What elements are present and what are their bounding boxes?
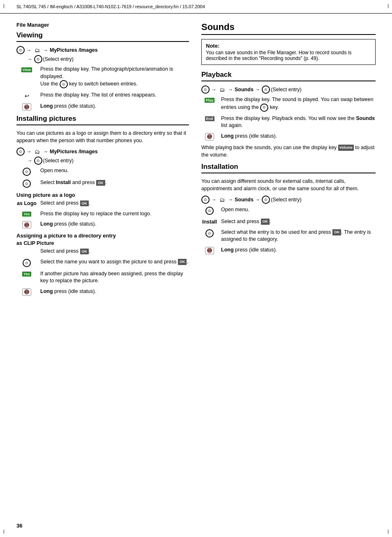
sounds-divider (201, 34, 376, 35)
playback-section: Playback ⊙ → 🗂 → Sounds → ⊙ (Select entr… (201, 71, 376, 159)
install-label-cell: Install (201, 218, 218, 225)
nav-circle-icon-4: ⊙ (34, 157, 42, 165)
header-text: SL 740/SL 745 / IM-englisch / A31008-L74… (16, 4, 205, 9)
installation-heading: Installation (201, 163, 376, 171)
as-logo-label: as Logo (17, 201, 37, 206)
clip-nav-row: ⊙ Select the name you want to assign the… (16, 258, 189, 267)
volume-badge: Volume (338, 145, 354, 151)
open-menu-text-in: Open menu. (221, 206, 376, 214)
nav-circle-icon-2: ⊙ (34, 55, 42, 63)
phone-text-pb: Long press (idle status). (221, 133, 376, 140)
play-badge-cell: Play (201, 96, 218, 103)
clip-nav-text: Select the name you want to assign the p… (40, 258, 189, 266)
nav-circle-icon-in2: ⊙ (262, 196, 270, 204)
as-clip-label: as CLIP Picture (16, 240, 189, 246)
installing-pictures-section: Installing pictures You can use pictures… (16, 115, 189, 296)
circle-nav-icon-in4: ⊙ (205, 229, 214, 237)
sounds-heading: Sounds (201, 22, 376, 32)
folder-icon-in: 🗂 (218, 196, 226, 203)
open-menu-text-1: Open menu. (40, 167, 189, 175)
yes-text-1: Press the display key to replace the cur… (40, 210, 189, 218)
play-badge: Play (205, 98, 215, 103)
endcall-icon-3: 📵 (22, 288, 31, 296)
phone-row-pb: 📵 Long press (idle status). (201, 133, 376, 141)
install-row: Install Select and press OK. (201, 218, 376, 226)
yes-badge-cell-2: Yes (16, 270, 37, 277)
nav-select-entry-pb: (Select entry) (271, 87, 301, 92)
yes-badge-1: Yes (22, 212, 31, 217)
phone-icon-cell-pb: 📵 (201, 133, 218, 141)
as-clip-icon-1 (16, 248, 37, 248)
installing-divider (16, 124, 189, 125)
corner-mark-bl: | (3, 529, 5, 534)
play-text: Press the display key. The sound is play… (221, 96, 376, 112)
header: SL 740/SL 745 / IM-englisch / A31008-L74… (0, 0, 392, 14)
endcall-icon-pb: 📵 (205, 133, 214, 141)
nav-sounds-label-1: Sounds (235, 87, 254, 92)
ok-badge-2: OK (80, 201, 89, 207)
end-badge-cell: End (201, 115, 218, 122)
installation-divider (201, 173, 376, 173)
end-badge: End (205, 116, 214, 121)
open-menu-row-in: ⊙ Open menu. (201, 206, 376, 215)
open-menu-row-1: ⊙ Open menu. (16, 167, 189, 176)
playback-nav-path: ⊙ → 🗂 → Sounds → ⊙ (Select entry) (201, 85, 376, 94)
view-badge: View (21, 67, 32, 72)
folder-icon-1: 🗂 (33, 46, 42, 54)
yes-row-2: Yes If another picture has already been … (16, 270, 189, 285)
folder-icon-2: 🗂 (33, 148, 42, 155)
install-label: Install (202, 219, 217, 225)
circle-icon-switch: ⊙ (60, 80, 68, 88)
circle-icon-swap: ⊙ (260, 104, 268, 112)
circle-nav-icon-in3: ⊙ (205, 207, 214, 215)
phone-text-2: Long press (idle status). (40, 221, 189, 228)
viewing-section: Viewing ⊙ → 🗂 → MyPictures /Images → ⊙ (… (16, 31, 189, 111)
using-logo-heading: Using picture as a logo (16, 192, 189, 198)
note-title: Note: (206, 43, 371, 49)
phone-text-1: Long press (idle status). (40, 103, 189, 110)
view-row: View Press the display key. The photogra… (16, 66, 189, 88)
select-install-icon: ⊙ (16, 179, 37, 188)
yes-row-1: Yes Press the display key to replace the… (16, 210, 189, 218)
page: | | | | SL 740/SL 745 / IM-englisch / A3… (0, 0, 392, 537)
yes-badge-2: Yes (22, 272, 31, 277)
note-box: Note: You can save sounds in the File Ma… (201, 39, 376, 65)
select-install-text: Select Install and press OK. (40, 179, 189, 187)
view-badge-cell: View (16, 66, 37, 72)
ok-badge-in1: OK (261, 219, 270, 225)
note-text: You can save sounds in the File Manager.… (206, 50, 371, 61)
installing-nav-path-1: ⊙ → 🗂 → MyPictures /Images (16, 148, 189, 156)
ok-badge-1: OK (96, 180, 105, 186)
viewing-nav-path-2: → ⊙ (Select entry) (26, 55, 189, 63)
as-clip-text-1: Select and press OK. (40, 248, 189, 255)
file-manager-label: File Manager (16, 22, 189, 28)
installation-intro: You can assign different sounds for exte… (201, 177, 376, 192)
select-entry-icon: ⊙ (201, 229, 218, 237)
corner-mark-br: | (387, 529, 389, 534)
ok-badge-3: OK (80, 249, 89, 255)
phone-text-3: Long press (idle status). (40, 288, 189, 295)
left-column: File Manager Viewing ⊙ → 🗂 → MyPictures … (16, 22, 189, 299)
installation-section: Installation You can assign different so… (201, 163, 376, 254)
phone-icon-cell-in: 📵 (201, 247, 218, 254)
nav-select-entry-2: (Select entry) (43, 158, 74, 164)
endcall-icon-1: 📵 (22, 103, 31, 111)
undo-icon-cell: ↩ (16, 92, 37, 99)
installing-heading: Installing pictures (16, 115, 189, 123)
nav-select-entry-1: (Select entry) (43, 56, 74, 62)
nav-circle-icon-pb1: ⊙ (201, 85, 210, 94)
as-logo-label-cell: as Logo (16, 200, 37, 206)
end-row: End Press the display key. Playback ends… (201, 115, 376, 129)
sounds-section: Sounds Note: You can save sounds in the … (201, 22, 376, 254)
viewing-nav-path: ⊙ → 🗂 → MyPictures /Images (16, 46, 189, 54)
open-menu-icon-1: ⊙ (16, 167, 37, 176)
assigning-entry-section: Assigning a picture to a directory entry… (16, 233, 189, 296)
using-logo-section: Using picture as a logo as Logo Select a… (16, 192, 189, 228)
installation-nav-path: ⊙ → 🗂 → Sounds → ⊙ (Select entry) (201, 196, 376, 204)
installing-intro: You can use pictures as a logo or assign… (16, 129, 189, 144)
undo-text: Press the display key. The list of entri… (40, 92, 189, 99)
endcall-icon-in: 📵 (205, 247, 214, 254)
play-row: Play Press the display key. The sound is… (201, 96, 376, 112)
nav-circle-icon-pb2: ⊙ (262, 85, 270, 94)
nav-path-text-1: MyPictures /Images (50, 47, 98, 53)
